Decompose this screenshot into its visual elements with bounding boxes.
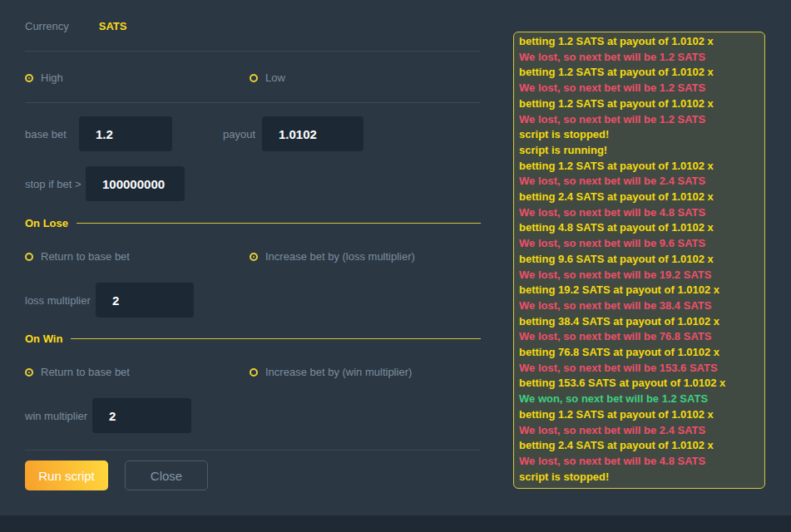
win-multiplier-input[interactable] bbox=[92, 398, 191, 433]
log-line: We lost, so next bet will be 1.2 SATS bbox=[519, 112, 761, 128]
radio-win-return-icon bbox=[25, 368, 33, 377]
bottom-bar bbox=[0, 515, 791, 532]
run-script-button[interactable]: Run script bbox=[25, 461, 108, 490]
log-line: betting 19.2 SATS at payout of 1.0102 x bbox=[519, 283, 761, 298]
currency-value[interactable]: SATS bbox=[99, 20, 127, 32]
radio-win-increase-label: Increase bet by (win multiplier) bbox=[265, 366, 412, 378]
divider bbox=[25, 102, 481, 103]
radio-win-increase[interactable]: Increase bet by (win multiplier) bbox=[250, 366, 412, 378]
log-line: We lost, so next bet will be 4.8 SATS bbox=[519, 454, 761, 470]
log-line: We lost, so next bet will be 76.8 SATS bbox=[519, 329, 761, 345]
on-lose-rule bbox=[77, 223, 481, 224]
log-line: script is running! bbox=[519, 143, 761, 159]
currency-label: Currency bbox=[25, 20, 69, 32]
radio-high-icon bbox=[25, 74, 33, 82]
radio-low[interactable]: Low bbox=[250, 71, 285, 84]
radio-high[interactable]: High bbox=[25, 71, 63, 84]
radio-lose-increase[interactable]: Increase bet by (loss multiplier) bbox=[250, 250, 415, 263]
base-bet-field: base bet bbox=[25, 116, 172, 151]
radio-low-icon bbox=[250, 74, 258, 82]
log-line: We lost, so next bet will be 2.4 SATS bbox=[519, 174, 761, 190]
radio-lose-increase-label: Increase bet by (loss multiplier) bbox=[265, 250, 415, 263]
log-line: betting 1.2 SATS at payout of 1.0102 x bbox=[519, 407, 761, 423]
radio-win-increase-icon bbox=[250, 368, 258, 377]
stop-if-bet-input[interactable] bbox=[86, 166, 185, 201]
log-line: We lost, so next bet will be 9.6 SATS bbox=[519, 236, 761, 252]
on-lose-header: On Lose bbox=[25, 217, 481, 229]
log-line: betting 2.4 SATS at payout of 1.0102 x bbox=[519, 438, 761, 454]
on-win-header: On Win bbox=[25, 332, 481, 345]
radio-low-label: Low bbox=[265, 71, 285, 84]
close-button[interactable]: Close bbox=[125, 461, 208, 490]
log-line: We lost, so next bet will be 1.2 SATS bbox=[519, 50, 761, 66]
radio-win-return-to-base[interactable]: Return to base bet bbox=[25, 366, 130, 378]
direction-radio-group: High Low bbox=[25, 71, 481, 85]
radio-high-label: High bbox=[41, 71, 63, 84]
log-line: We lost, so next bet will be 2.4 SATS bbox=[519, 423, 761, 439]
win-multiplier-label: win multiplier bbox=[25, 410, 92, 422]
on-lose-radio-group: Return to base bet Increase bet by (loss… bbox=[25, 250, 481, 264]
log-line: betting 1.2 SATS at payout of 1.0102 x bbox=[519, 34, 761, 50]
radio-lose-return-label: Return to base bet bbox=[41, 250, 130, 263]
log-panel[interactable]: betting 1.2 SATS at payout of 1.0102 xWe… bbox=[513, 32, 765, 489]
log-line: betting 153.6 SATS at payout of 1.0102 x bbox=[519, 376, 761, 392]
stop-if-bet-label: stop if bet > bbox=[25, 178, 86, 190]
log-line: We lost, so next bet will be 1.2 SATS bbox=[519, 81, 761, 96]
log-line: betting 2.4 SATS at payout of 1.0102 x bbox=[519, 190, 761, 205]
win-multiplier-field: win multiplier bbox=[25, 398, 191, 433]
log-line: We lost, so next bet will be 4.8 SATS bbox=[519, 205, 761, 221]
log-line: betting 1.2 SATS at payout of 1.0102 x bbox=[519, 96, 761, 112]
radio-lose-return-to-base[interactable]: Return to base bet bbox=[25, 250, 130, 263]
loss-multiplier-label: loss multiplier bbox=[25, 294, 96, 307]
log-line: script is stopped! bbox=[519, 127, 761, 143]
log-line: We lost, so next bet will be 19.2 SATS bbox=[519, 268, 761, 283]
on-win-title: On Win bbox=[25, 332, 62, 345]
log-line: script is stopped! bbox=[519, 470, 761, 485]
payout-input[interactable] bbox=[262, 116, 363, 151]
radio-win-return-label: Return to base bet bbox=[41, 366, 130, 378]
stop-if-bet-field: stop if bet > bbox=[25, 166, 185, 201]
log-line: We lost, so next bet will be 153.6 SATS bbox=[519, 361, 761, 377]
currency-row: Currency SATS bbox=[25, 20, 126, 32]
log-line: betting 76.8 SATS at payout of 1.0102 x bbox=[519, 345, 761, 361]
on-win-rule bbox=[71, 338, 481, 339]
log-line: betting 1.2 SATS at payout of 1.0102 x bbox=[519, 159, 761, 175]
payout-label: payout bbox=[223, 128, 262, 140]
log-lines: betting 1.2 SATS at payout of 1.0102 xWe… bbox=[519, 34, 761, 485]
loss-multiplier-field: loss multiplier bbox=[25, 283, 194, 318]
divider bbox=[25, 51, 481, 52]
payout-field: payout bbox=[223, 116, 363, 151]
base-bet-input[interactable] bbox=[79, 116, 172, 151]
radio-lose-return-icon bbox=[25, 253, 33, 261]
loss-multiplier-input[interactable] bbox=[96, 283, 194, 318]
log-line: We lost, so next bet will be 38.4 SATS bbox=[519, 298, 761, 314]
on-lose-title: On Lose bbox=[25, 217, 68, 229]
base-bet-label: base bet bbox=[25, 128, 79, 140]
log-line: betting 9.6 SATS at payout of 1.0102 x bbox=[519, 252, 761, 268]
log-line: betting 1.2 SATS at payout of 1.0102 x bbox=[519, 65, 761, 81]
log-line: betting 38.4 SATS at payout of 1.0102 x bbox=[519, 314, 761, 330]
on-win-radio-group: Return to base bet Increase bet by (win … bbox=[25, 366, 481, 379]
radio-lose-increase-icon bbox=[250, 253, 258, 261]
log-line: betting 4.8 SATS at payout of 1.0102 x bbox=[519, 220, 761, 236]
log-line: We won, so next bet will be 1.2 SATS bbox=[519, 392, 761, 407]
divider bbox=[25, 450, 481, 451]
